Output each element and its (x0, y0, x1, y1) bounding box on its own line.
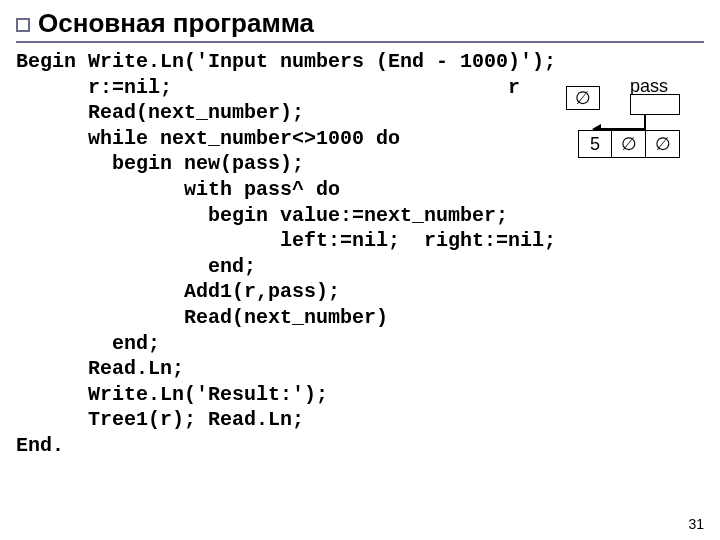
code-line: Read.Ln; (16, 357, 184, 380)
code-line: left:=nil; right:=nil; (16, 229, 556, 252)
code-line: with pass^ do (16, 178, 340, 201)
slide-title: Основная программа (38, 8, 314, 39)
code-line: end; (16, 332, 160, 355)
code-line: Add1(r,pass); (16, 280, 340, 303)
code-line: begin new(pass); (16, 152, 304, 175)
node-value-cell: 5 (578, 130, 612, 158)
code-line: begin value:=next_number; (16, 204, 508, 227)
node-right-nil: ∅ (646, 130, 680, 158)
code-line: Read(next_number) (16, 306, 388, 329)
code-line: Read(next_number); (16, 101, 304, 124)
box-r-nil: ∅ (566, 86, 600, 110)
code-line: End. (16, 434, 64, 457)
node-left-nil: ∅ (612, 130, 646, 158)
box-pass (630, 94, 680, 115)
title-bullet-box (16, 18, 30, 32)
tree-node: 5 ∅ ∅ (578, 130, 680, 158)
code-line: Begin Write.Ln('Input numbers (End - 100… (16, 50, 556, 73)
title-bar: Основная программа (16, 4, 704, 43)
code-line: r:=nil; r (16, 76, 520, 99)
code-line: Tree1(r); Read.Ln; (16, 408, 304, 431)
pointer-diagram: pass ∅ 5 ∅ ∅ (542, 78, 702, 178)
code-line: while next_number<>1000 do (16, 127, 400, 150)
page-number: 31 (688, 516, 704, 532)
code-line: end; (16, 255, 256, 278)
code-line: Write.Ln('Result:'); (16, 383, 328, 406)
